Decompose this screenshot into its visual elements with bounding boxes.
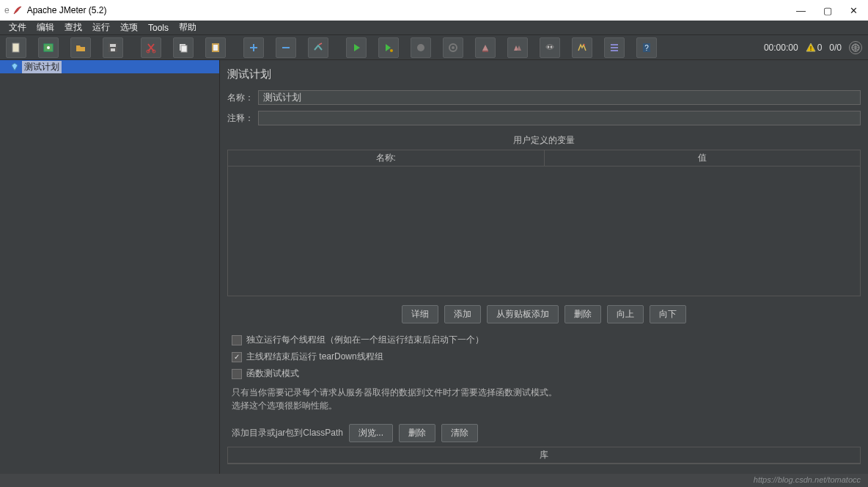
play-notimers-icon[interactable] (378, 37, 399, 58)
library-table[interactable]: 库 (227, 447, 861, 464)
menu-tools[interactable]: Tools (144, 22, 173, 34)
svg-rect-22 (611, 47, 618, 48)
name-label: 名称： (227, 92, 254, 104)
toggle-icon[interactable] (308, 37, 328, 58)
paste-icon[interactable] (205, 37, 226, 58)
svg-rect-11 (213, 45, 218, 51)
warning-indicator[interactable]: ! 0 (806, 43, 823, 53)
panel-title: 测试计划 (220, 62, 868, 87)
menu-bar: 文件 编辑 查找 运行 选项 Tools 帮助 (0, 21, 868, 35)
menu-file[interactable]: 文件 (4, 21, 31, 34)
col-name[interactable]: 名称: (228, 150, 545, 166)
menu-run[interactable]: 运行 (88, 21, 114, 34)
svg-rect-9 (181, 45, 187, 52)
classpath-label: 添加目录或jar包到ClassPath (232, 427, 343, 439)
minus-icon[interactable] (276, 37, 296, 58)
note-line2: 选择这个选项很影响性能。 (232, 399, 856, 412)
cut-icon[interactable] (141, 37, 161, 58)
svg-point-12 (390, 49, 393, 52)
svg-point-2 (47, 46, 50, 49)
expand-icon[interactable] (604, 37, 625, 58)
svg-point-18 (548, 45, 550, 48)
watermark: https://blog.csdn.net/tomatocc (0, 474, 868, 487)
menu-options[interactable]: 选项 (116, 21, 142, 34)
svg-point-20 (584, 44, 585, 45)
svg-rect-21 (611, 44, 618, 45)
elapsed-time: 00:00:00 (764, 43, 798, 53)
svg-text:?: ? (644, 44, 649, 52)
user-vars-table[interactable]: 名称: 值 (227, 150, 861, 296)
delete-button[interactable]: 删除 (564, 305, 601, 323)
svg-text:!: ! (809, 45, 812, 52)
functional-mode-checkbox[interactable] (232, 369, 242, 379)
function-helper-icon[interactable] (572, 37, 592, 58)
toolbar: ? 00:00:00 ! 0 0/0 (0, 35, 868, 60)
content-panel: 测试计划 名称： 注释： 用户定义的变量 名称: 值 详细 添加 从剪贴板添加 … (220, 60, 868, 474)
close-button[interactable]: ✕ (850, 5, 858, 16)
shutdown-icon[interactable] (443, 37, 463, 58)
globe-icon[interactable] (849, 41, 862, 54)
svg-point-13 (417, 44, 424, 51)
clear-all-icon[interactable] (507, 37, 528, 58)
save-icon[interactable] (103, 37, 123, 58)
note-line1: 只有当你需要记录每个请求从服务器取得的数据到文件时才需要选择函数测试模式。 (232, 386, 856, 399)
comment-input[interactable] (258, 111, 861, 125)
functional-label: 函数测试模式 (246, 367, 299, 380)
play-icon[interactable] (346, 37, 367, 58)
menu-search[interactable]: 查找 (60, 21, 87, 34)
tree-root-node[interactable]: 测试计划 (0, 60, 219, 73)
classpath-clear-button[interactable]: 清除 (441, 424, 478, 442)
svg-point-15 (452, 46, 455, 49)
copy-icon[interactable] (173, 37, 194, 58)
svg-rect-4 (110, 44, 116, 47)
test-tree[interactable]: 测试计划 (0, 60, 220, 474)
comment-label: 注释： (227, 112, 254, 125)
minimize-button[interactable]: — (796, 5, 806, 16)
add-from-clipboard-button[interactable]: 从剪贴板添加 (487, 305, 559, 323)
svg-rect-0 (12, 43, 19, 52)
stop-icon[interactable] (411, 37, 431, 58)
warn-count: 0 (817, 43, 823, 53)
down-button[interactable]: 向下 (650, 305, 686, 323)
detail-button[interactable]: 详细 (402, 305, 438, 323)
name-input[interactable] (258, 90, 861, 105)
svg-rect-23 (611, 50, 618, 51)
maximize-button[interactable]: ▢ (823, 5, 832, 16)
new-file-icon[interactable] (6, 37, 26, 58)
title-bar: e Apache JMeter (5.2) — ▢ ✕ (0, 0, 868, 21)
serialize-label: 独立运行每个线程组（例如在一个组运行结束后启动下一个） (246, 334, 484, 346)
title-left-char: e (4, 5, 10, 15)
window-title: Apache JMeter (5.2) (27, 5, 107, 15)
open-icon[interactable] (70, 37, 91, 58)
svg-rect-5 (111, 48, 115, 51)
add-button[interactable]: 添加 (444, 305, 481, 323)
up-button[interactable]: 向上 (607, 305, 644, 323)
serialize-threadgroups-checkbox[interactable] (232, 335, 242, 345)
teardown-checkbox[interactable]: ✓ (232, 352, 242, 362)
plus-icon[interactable] (243, 37, 264, 58)
user-vars-body[interactable] (228, 166, 860, 296)
library-col[interactable]: 库 (228, 447, 860, 464)
menu-help[interactable]: 帮助 (174, 21, 201, 34)
svg-rect-16 (482, 51, 488, 52)
search-toolbar-icon[interactable] (540, 37, 560, 58)
browse-button[interactable]: 浏览... (349, 424, 393, 442)
user-vars-title: 用户定义的变量 (220, 128, 868, 148)
col-value[interactable]: 值 (545, 150, 861, 166)
help-toolbar-icon[interactable]: ? (636, 37, 657, 58)
classpath-delete-button[interactable]: 删除 (399, 424, 435, 442)
clear-icon[interactable] (475, 37, 496, 58)
teardown-label: 主线程结束后运行 tearDown线程组 (246, 351, 383, 363)
app-icon (12, 5, 23, 15)
tree-root-label: 测试计划 (22, 61, 62, 73)
thread-count: 0/0 (829, 43, 842, 53)
templates-icon[interactable] (38, 37, 59, 58)
svg-point-19 (551, 45, 553, 48)
testplan-icon (10, 62, 19, 71)
menu-edit[interactable]: 编辑 (32, 21, 59, 34)
